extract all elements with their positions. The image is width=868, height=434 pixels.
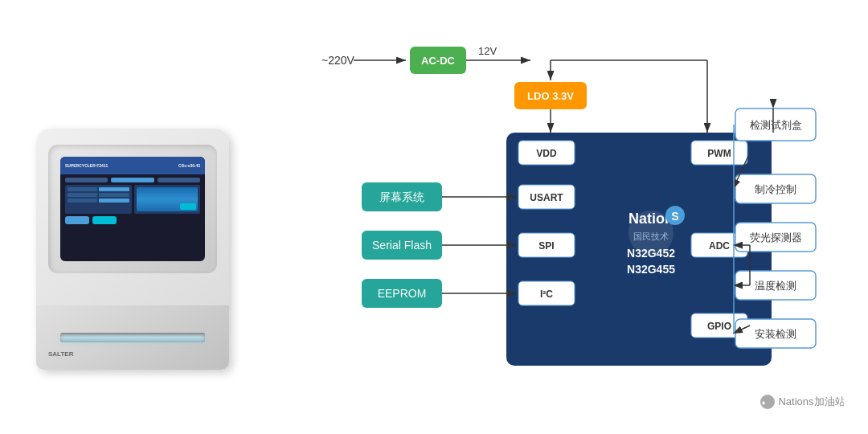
ac-input-label: ~220V xyxy=(321,54,355,67)
adc-label: ADC xyxy=(709,240,730,252)
diagram-svg: ~220V AC-DC 12V LDO 3.3V VDD PWM xyxy=(265,16,844,418)
screen-content xyxy=(60,174,205,227)
serial-flash-label: Serial Flash xyxy=(372,239,432,252)
install-detection-label: 安装检测 xyxy=(755,328,796,340)
mcu-model-1: N32G452 xyxy=(627,247,675,260)
fluorescence-detector-label: 荧光探测器 xyxy=(750,231,802,244)
ldo-label: LDO 3.3V xyxy=(527,90,574,102)
device-bottom xyxy=(36,305,229,370)
usart-label: USART xyxy=(530,192,563,203)
screen-system-label: 屏幕系统 xyxy=(379,190,424,203)
watermark-text: Nations加油站 xyxy=(778,395,844,407)
pwm-label: PWM xyxy=(707,148,731,159)
screen-housing: SUPERCYCLER F2411 CDx-v36.43 xyxy=(48,145,217,273)
gpio-label: GPIO xyxy=(707,321,731,332)
eeprom-label: EEPROM xyxy=(378,287,427,300)
device-logo-text: SALTER xyxy=(48,350,73,358)
i2c-label: I²C xyxy=(540,289,553,300)
screen-title-right: CDx-v36.43 xyxy=(178,163,200,168)
device-image: SUPERCYCLER F2411 CDx-v36.43 xyxy=(24,32,249,402)
pcr-device: SUPERCYCLER F2411 CDx-v36.43 xyxy=(36,64,237,370)
mcu-model-2: N32G455 xyxy=(627,263,675,276)
spi-label: SPI xyxy=(538,240,554,252)
screen-title-left: SUPERCYCLER F2411 xyxy=(65,163,108,168)
cooling-control-label: 制冷控制 xyxy=(755,183,796,195)
ac-dc-label: AC-DC xyxy=(421,55,455,67)
system-diagram: ~220V AC-DC 12V LDO 3.3V VDD PWM xyxy=(265,16,844,418)
watermark-icon-symbol: ♦ xyxy=(762,399,766,407)
detection-kit-title: 检测试剂盒 xyxy=(750,119,802,131)
device-screen: SUPERCYCLER F2411 CDx-v36.43 xyxy=(60,157,205,261)
temp-detection-label: 温度检测 xyxy=(755,280,796,292)
device-body: SUPERCYCLER F2411 CDx-v36.43 xyxy=(36,129,229,370)
screen-header: SUPERCYCLER F2411 CDx-v36.43 xyxy=(60,157,205,174)
nation-logo-icon: S xyxy=(671,210,678,223)
dc-output-label: 12V xyxy=(478,45,497,57)
nation-cn: 国民技术 xyxy=(633,231,669,241)
slot-glow xyxy=(60,337,205,342)
vdd-label: VDD xyxy=(536,148,557,159)
